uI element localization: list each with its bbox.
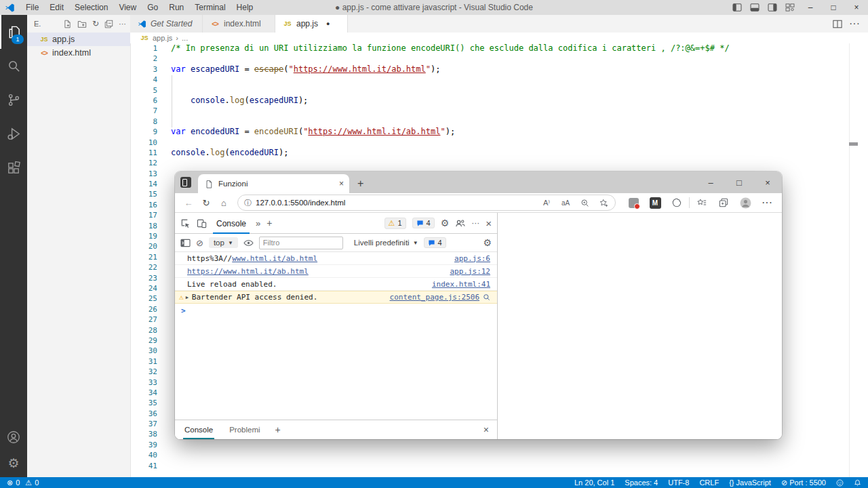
message-link[interactable]: https://www.html.it/ab.html: [187, 267, 309, 276]
devtools-tab-console[interactable]: Console: [213, 212, 250, 234]
explorer-folder-label[interactable]: E.: [34, 20, 41, 28]
menu-selection[interactable]: Selection: [69, 0, 113, 15]
search-icon[interactable]: [0, 49, 27, 83]
messages-badge[interactable]: 4: [412, 218, 435, 228]
accounts-icon[interactable]: [0, 424, 27, 450]
add-favorite-icon[interactable]: [596, 199, 611, 207]
browser-tab[interactable]: Funzioni ×: [198, 174, 349, 193]
breadcrumb[interactable]: JS app.js › ...: [130, 33, 868, 43]
toggle-secondary-sidebar-icon[interactable]: [764, 0, 781, 15]
file-item-app.js[interactable]: JSapp.js: [27, 33, 130, 46]
new-file-icon[interactable]: [63, 20, 72, 28]
menu-edit[interactable]: Edit: [44, 0, 69, 15]
menu-run[interactable]: Run: [163, 0, 189, 15]
source-location[interactable]: app.js:12: [450, 267, 490, 276]
expand-triangle-icon[interactable]: ▶: [186, 295, 189, 300]
browser-more-menu-icon[interactable]: ···: [757, 197, 776, 209]
devtools-settings-icon[interactable]: ⚙: [441, 218, 450, 228]
search-icon[interactable]: [483, 293, 490, 301]
drawer-tab-problemi[interactable]: Problemi: [228, 420, 261, 439]
console-sidebar-icon[interactable]: [180, 239, 191, 247]
status-item-1[interactable]: Spaces: 4: [625, 479, 658, 487]
devtools-close-icon[interactable]: ×: [486, 218, 492, 229]
menu-view[interactable]: View: [113, 0, 142, 15]
profile-avatar[interactable]: [736, 197, 755, 209]
run-debug-icon[interactable]: [0, 117, 27, 150]
new-tab-button[interactable]: +: [357, 178, 363, 190]
explorer-more-actions-icon[interactable]: ···: [119, 20, 126, 28]
status-item-0[interactable]: Ln 20, Col 1: [574, 479, 614, 487]
breadcrumb-file[interactable]: app.js: [153, 34, 172, 42]
editor-scrollbar-thumb[interactable]: [849, 142, 858, 146]
tab-index-html[interactable]: <>index.html: [203, 15, 275, 33]
source-control-icon[interactable]: [0, 83, 27, 117]
home-icon[interactable]: ⌂: [216, 195, 232, 210]
tab-close-icon[interactable]: ×: [339, 179, 344, 188]
source-link[interactable]: app.js:12: [450, 267, 490, 276]
browser-maximize-button[interactable]: □: [725, 171, 753, 193]
eye-icon[interactable]: [243, 239, 254, 247]
more-tabs-icon[interactable]: »: [256, 218, 260, 228]
feedback-icon[interactable]: [836, 479, 844, 487]
menu-terminal[interactable]: Terminal: [189, 0, 231, 15]
source-location[interactable]: app.js:6: [454, 254, 490, 263]
collections-icon[interactable]: [714, 198, 733, 207]
clear-console-icon[interactable]: ⊘: [196, 238, 203, 248]
inspect-element-icon[interactable]: [180, 218, 191, 228]
zoom-icon[interactable]: [577, 199, 592, 207]
address-bar[interactable]: ⓘ 127.0.0.1:5500/index.html A⁾ aA: [237, 195, 616, 211]
errors-count[interactable]: 0: [16, 479, 20, 487]
split-editor-icon[interactable]: [833, 20, 842, 28]
maximize-button[interactable]: □: [822, 0, 845, 15]
tab-get-started[interactable]: Get Started: [130, 15, 203, 33]
settings-gear-icon[interactable]: ⚙: [0, 450, 27, 476]
explorer-icon[interactable]: 1: [0, 15, 27, 49]
console-settings-icon[interactable]: ⚙: [483, 237, 492, 248]
breadcrumb-ellipsis[interactable]: ...: [182, 34, 188, 42]
back-icon[interactable]: ←: [180, 195, 197, 210]
warnings-badge[interactable]: ⚠ 1: [384, 218, 406, 229]
url-text[interactable]: 127.0.0.1:5500/index.html: [256, 199, 535, 207]
warnings-count[interactable]: 0: [35, 479, 39, 487]
drawer-tab-console[interactable]: Console: [183, 420, 214, 439]
notifications-bell-icon[interactable]: [854, 479, 861, 487]
errors-icon[interactable]: ⊗: [7, 479, 13, 487]
favorites-icon[interactable]: [692, 198, 711, 207]
translate-icon[interactable]: aA: [558, 199, 573, 207]
extension-icon[interactable]: [624, 198, 643, 208]
menu-file[interactable]: File: [20, 0, 44, 15]
close-button[interactable]: ×: [845, 0, 868, 15]
editor-scrollbar-track[interactable]: [849, 43, 850, 477]
minimize-button[interactable]: –: [799, 0, 822, 15]
menu-help[interactable]: Help: [231, 0, 259, 15]
tab-actions-menu-icon[interactable]: [180, 177, 191, 188]
drawer-add-icon[interactable]: +: [275, 424, 281, 435]
log-levels-selector[interactable]: Livelli predefiniti ▼: [354, 239, 418, 247]
console-prompt[interactable]: >: [175, 304, 497, 315]
device-emulation-icon[interactable]: [197, 218, 207, 228]
toggle-panel-icon[interactable]: [746, 0, 764, 15]
warnings-icon[interactable]: ⚠: [25, 479, 32, 487]
browser-close-button[interactable]: ×: [753, 171, 782, 193]
message-link[interactable]: www.html.it/ab.html: [232, 254, 317, 263]
browser-minimize-button[interactable]: –: [696, 171, 725, 193]
toggle-sidebar-icon[interactable]: [728, 0, 746, 15]
menu-go[interactable]: Go: [142, 0, 163, 15]
modified-dot-icon[interactable]: ●: [326, 20, 330, 27]
editor-more-actions-icon[interactable]: ···: [849, 18, 860, 30]
browser-essentials-icon[interactable]: [667, 198, 686, 207]
source-location[interactable]: content_page.js:2506: [390, 293, 490, 302]
status-item-4[interactable]: {} JavaScript: [729, 479, 771, 487]
source-link[interactable]: index.html:41: [432, 280, 490, 289]
source-link[interactable]: app.js:6: [454, 254, 490, 263]
refresh-explorer-icon[interactable]: ↻: [92, 19, 99, 28]
file-item-index.html[interactable]: <>index.html: [27, 46, 130, 60]
context-selector[interactable]: top ▼: [209, 237, 238, 248]
filter-input[interactable]: [259, 237, 343, 249]
status-item-2[interactable]: UTF-8: [668, 479, 689, 487]
devtools-feedback-icon[interactable]: [455, 218, 465, 228]
collapse-folders-icon[interactable]: [104, 20, 113, 28]
devtools-more-icon[interactable]: ···: [471, 218, 479, 228]
customize-layout-icon[interactable]: [781, 0, 799, 15]
source-location[interactable]: index.html:41: [432, 280, 490, 289]
